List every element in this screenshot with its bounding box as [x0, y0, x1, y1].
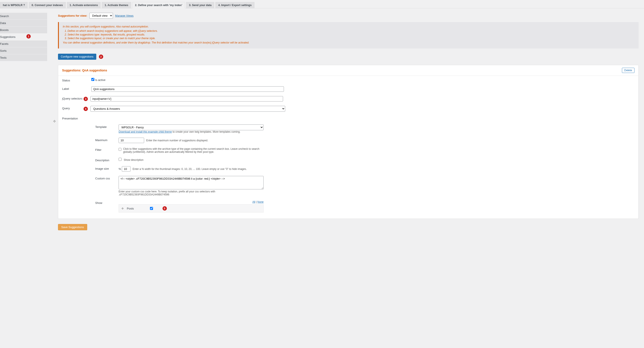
customcss-textarea[interactable] [118, 176, 264, 189]
configure-new-suggestions-button[interactable]: Configure new suggestions [58, 54, 96, 60]
is-active-checkbox[interactable] [91, 78, 94, 81]
sidebar-item-suggestions[interactable]: Suggestions 1 [0, 34, 47, 40]
info-intro: In this section, you will configure sugg… [63, 25, 635, 28]
tab-import-export[interactable]: 4. Import / Export settings [215, 2, 254, 8]
selectors-input[interactable] [90, 96, 283, 102]
panel-title: Suggestions: QnA suggestions [62, 68, 107, 72]
panel-drag-handle-icon[interactable]: ✥ [53, 119, 56, 123]
imgsize-input[interactable] [122, 166, 130, 172]
sidebar: Search Data Boosts Suggestions 1 Facets … [0, 8, 47, 61]
info-steps: Define on which search box(es) suggestio… [63, 30, 635, 40]
delete-button[interactable]: Delete [622, 68, 634, 73]
view-label: Suggestions for view: [58, 14, 87, 17]
show-none-link[interactable]: None [257, 200, 264, 204]
annotation-badge-5: 5 [162, 206, 167, 210]
template-label: Template [95, 124, 118, 128]
drag-handle-icon[interactable]: ✥ [122, 207, 124, 210]
selectors-row: jQuery selectors 3 [58, 94, 638, 104]
presentation-row: Presentation [58, 114, 638, 122]
maximum-desc: Enter the maximum number of suggestions … [146, 139, 208, 142]
annotation-badge-3: 3 [84, 97, 88, 101]
configure-row: Configure new suggestions 2 [58, 54, 638, 60]
template-link-after: to create your own twig templates. More … [172, 130, 240, 133]
info-step: Select the suggestions layout, or create… [68, 37, 635, 40]
filter-row: Filter Click to filter suggestions with … [62, 145, 634, 156]
customcss-desc: Enter your custom css code here. To keep… [118, 190, 264, 196]
description-label: Description [95, 158, 118, 162]
info-box: In this section, you will configure sugg… [58, 22, 638, 48]
status-label: Status [62, 78, 91, 82]
tab-connect-indexes[interactable]: 0. Connect your indexes [29, 2, 66, 8]
show-item-label: Posts [127, 207, 134, 210]
show-label: Show [95, 200, 118, 204]
show-links: All | None [118, 200, 264, 204]
is-active-label: Is active [95, 78, 106, 82]
top-tabs: hat is WPSOLR ? 0. Connect your indexes … [0, 0, 644, 8]
sidebar-item-data[interactable]: Data [0, 20, 47, 26]
maximum-input[interactable] [118, 138, 144, 143]
show-posts-checkbox[interactable] [150, 207, 153, 210]
query-row: Query 4 Questions & Answers [58, 104, 638, 114]
status-row: Status Is active [58, 76, 638, 84]
filter-checkbox[interactable] [118, 148, 122, 151]
tab-activate-extensions[interactable]: 1. Activate extensions [67, 2, 101, 8]
presentation-label: Presentation [62, 116, 91, 120]
label-input[interactable] [91, 86, 284, 92]
customcss-row: Custom css Enter your custom css code he… [62, 174, 634, 198]
annotation-badge-4: 4 [84, 107, 88, 111]
tab-send-data[interactable]: 3. Send your data [186, 2, 214, 8]
sidebar-item-sorts[interactable]: Sorts [0, 48, 47, 54]
sidebar-item-search[interactable]: Search [0, 13, 47, 20]
label-label: Label [62, 86, 91, 90]
annotation-badge-2: 2 [99, 54, 103, 59]
sidebar-item-boosts[interactable]: Boosts [0, 26, 47, 33]
annotation-badge-1: 1 [26, 34, 31, 38]
presentation-block: Template WPSOLR - Fancy Download and ins… [58, 122, 638, 218]
show-description-checkbox[interactable] [118, 158, 122, 161]
view-select[interactable]: Default view [89, 13, 113, 18]
imgsize-row: Image size % Enter a % width for the thu… [62, 164, 634, 174]
query-select[interactable]: Questions & Answers [90, 106, 285, 112]
imgsize-desc: Enter a % width for the thumbnail images… [133, 168, 247, 170]
tab-what-is-wpsolr[interactable]: hat is WPSOLR ? [0, 2, 28, 8]
view-selector-row: Suggestions for view: Default view Manag… [58, 13, 638, 18]
template-row: Template WPSOLR - Fancy Download and ins… [62, 122, 634, 136]
filter-label: Filter [95, 148, 118, 152]
tab-define-search[interactable]: 2. Define your search with 'my index' [132, 2, 185, 8]
imgsize-prefix: % [118, 167, 121, 170]
description-row: Description Show description [62, 156, 634, 164]
manage-views-link[interactable]: Manage Views [115, 14, 134, 17]
label-row: Label [58, 84, 638, 94]
show-all-link[interactable]: All [252, 200, 255, 204]
sidebar-item-label: Suggestions [0, 35, 16, 38]
maximum-row: Maximum Enter the maximum number of sugg… [62, 136, 634, 145]
template-child-theme-link[interactable]: Download and install this example child … [118, 130, 172, 133]
maximum-label: Maximum [95, 138, 118, 142]
show-row-container: Show All | None ✥ Posts 5 [62, 198, 634, 215]
filter-desc: Click to filter suggestions with the arc… [123, 148, 264, 154]
save-suggestions-button[interactable]: Save Suggestions [58, 224, 87, 230]
panel-header: Suggestions: QnA suggestions Delete [58, 65, 638, 76]
sidebar-item-texts[interactable]: Texts [0, 54, 47, 61]
template-select[interactable]: WPSOLR - Fancy [118, 124, 264, 130]
sidebar-item-facets[interactable]: Facets [0, 40, 47, 47]
show-item-row: ✥ Posts 5 [118, 204, 264, 212]
content: Suggestions for view: Default view Manag… [47, 8, 644, 239]
tab-activate-themes[interactable]: 1. Activate themes [102, 2, 131, 8]
show-description-label: Show description [124, 158, 144, 162]
info-step: Select the suggestions type: keywords, f… [68, 33, 635, 36]
imgsize-label: Image size [95, 166, 118, 170]
info-step: Define on which search box(es) suggestio… [68, 30, 635, 32]
suggestion-panel: ✥ Suggestions: QnA suggestions Delete St… [58, 65, 638, 219]
customcss-label: Custom css [95, 176, 118, 180]
info-note: You can define several suggestion defini… [63, 41, 635, 44]
